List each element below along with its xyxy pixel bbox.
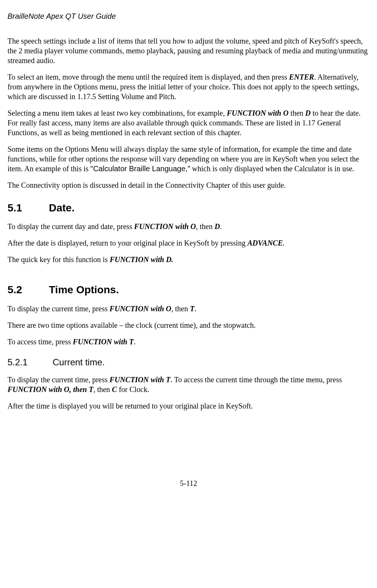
key-command: FUNCTION with O	[134, 222, 196, 231]
key-command: C	[112, 385, 117, 394]
key-command: D	[305, 109, 310, 117]
section-title: Time Options.	[49, 284, 119, 296]
key-command: FUNCTION with T	[73, 338, 134, 346]
text-run: To display the current time, press	[8, 375, 109, 384]
subsection-title: Current time.	[53, 357, 105, 367]
key-command: FUNCTION with O	[227, 109, 288, 117]
paragraph: To display the current time, press FUNCT…	[8, 304, 369, 314]
section-title: Date.	[49, 202, 74, 214]
paragraph: After the time is displayed you will be …	[8, 401, 369, 411]
paragraph: Some items on the Options Menu will alwa…	[8, 144, 369, 173]
key-command: FUNCTION with O	[109, 305, 171, 313]
key-command: T	[190, 305, 194, 313]
text-run: .	[220, 222, 222, 231]
text-run: which is only displayed when the Calcula…	[190, 164, 354, 173]
text-run: .	[134, 338, 136, 346]
paragraph: To display the current day and date, pre…	[8, 222, 369, 231]
subsection-heading-5-2-1: 5.2.1Current time.	[8, 356, 369, 368]
text-run: After the date is displayed, return to y…	[8, 239, 247, 247]
text-run: . To access the current time through the…	[171, 375, 342, 384]
key-command: FUNCTION with T	[109, 375, 170, 384]
text-run: .	[194, 305, 196, 313]
key-command: ADVANCE	[247, 239, 283, 247]
subsection-number: 5.2.1	[8, 356, 53, 368]
key-command: ENTER	[289, 73, 314, 81]
paragraph: After the date is displayed, return to y…	[8, 238, 369, 248]
paragraph: To access time, press FUNCTION with T.	[8, 337, 369, 347]
text-run: .	[283, 239, 285, 247]
section-heading-5-2: 5.2Time Options.	[8, 283, 369, 297]
section-number: 5.1	[8, 201, 49, 215]
paragraph: There are two time options available – t…	[8, 320, 369, 330]
text-run: , then	[196, 222, 214, 231]
text-run: To select an item, move through the menu…	[8, 73, 289, 81]
document-header: BrailleNote Apex QT User Guide	[8, 11, 369, 21]
section-heading-5-1: 5.1Date.	[8, 201, 369, 215]
text-run: for Clock.	[117, 385, 149, 394]
paragraph: Selecting a menu item takes at least two…	[8, 108, 369, 137]
text-run: Selecting a menu item takes at least two…	[8, 109, 227, 117]
paragraph: The quick key for this function is FUNCT…	[8, 255, 369, 264]
text-run: , then	[171, 305, 190, 313]
paragraph: To select an item, move through the menu…	[8, 72, 369, 101]
text-run: The quick key for this function is	[8, 255, 110, 264]
paragraph: The Connectivity option is discussed in …	[8, 180, 369, 190]
paragraph: To display the current time, press FUNCT…	[8, 375, 369, 394]
quoted-term: "Calculator Braille Language,"	[91, 164, 190, 173]
page-footer: 5-112	[8, 478, 369, 488]
text-run: To access time, press	[8, 338, 73, 346]
key-command: FUNCTION with O, then T	[8, 385, 93, 394]
section-number: 5.2	[8, 283, 49, 297]
key-command: FUNCTION with D.	[110, 255, 173, 264]
paragraph: The speech settings include a list of it…	[8, 36, 369, 65]
key-command: D	[215, 222, 220, 231]
text-run: To display the current time, press	[8, 305, 109, 313]
text-run: , then	[93, 385, 112, 394]
text-run: To display the current day and date, pre…	[8, 222, 134, 231]
text-run: then	[289, 109, 305, 117]
